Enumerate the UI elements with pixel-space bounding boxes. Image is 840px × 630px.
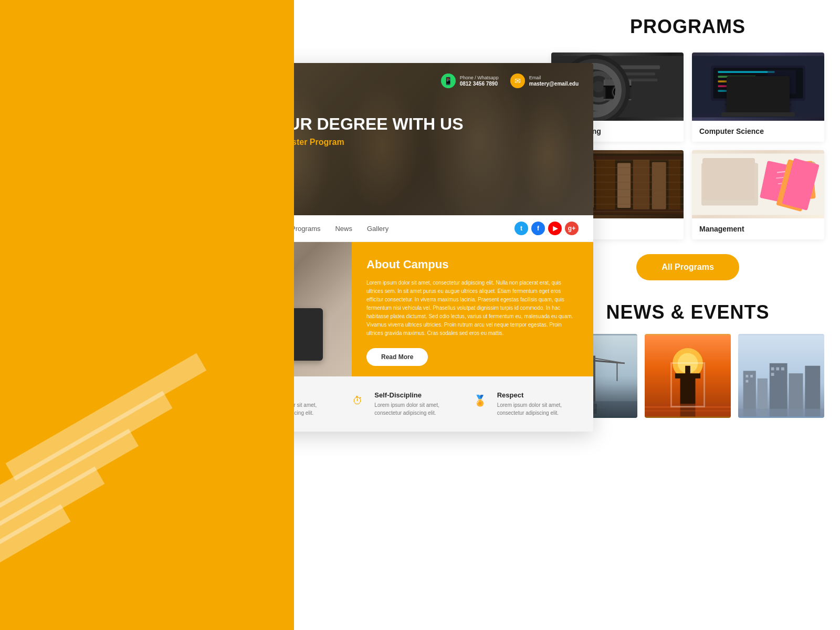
svg-rect-71: [805, 366, 820, 416]
svg-rect-42: [786, 161, 816, 201]
social-icons-bar: t f ▶ g+: [514, 222, 579, 235]
svg-rect-77: [781, 368, 784, 371]
nav-item-news[interactable]: News: [335, 224, 352, 233]
news-image-3: [738, 334, 824, 418]
value-respect: 🏅 Respect Lorem ipsum dolor sit amet, co…: [471, 391, 578, 417]
cs-label: Computer Science: [692, 121, 824, 142]
svg-rect-65: [645, 411, 731, 412]
svg-rect-35: [701, 163, 758, 206]
svg-rect-38: [704, 174, 747, 175]
svg-rect-75: [771, 368, 774, 371]
left-decorative-panel: [0, 0, 294, 630]
program-card-management[interactable]: Management: [692, 150, 824, 239]
google-plus-icon[interactable]: g+: [565, 222, 579, 235]
navigation-bar: Home About Programs News Gallery t f ▶ g…: [294, 215, 593, 242]
hero-subtitle: Bachelor and Master Program: [294, 138, 579, 147]
value-leadership: 👍 Leadership Lorem ipsum dolor sit amet,…: [294, 391, 332, 417]
svg-rect-40: [704, 181, 737, 182]
nav-link-gallery[interactable]: Gallery: [367, 225, 388, 233]
svg-rect-11: [718, 71, 775, 73]
twitter-icon[interactable]: t: [514, 222, 528, 235]
hero-text-content: GET YOUR DEGREE WITH US Bachelor and Mas…: [294, 94, 593, 158]
svg-rect-17: [725, 103, 791, 106]
email-label: Email: [529, 75, 579, 80]
svg-rect-18: [768, 70, 796, 94]
stripe-decoration: [0, 462, 147, 598]
value-discipline-text: Self-Discipline Lorem ipsum dolor sit am…: [374, 391, 455, 417]
main-content-panel: MASTERY UNIVERSITY 📱 Phone / Whatsapp 08…: [294, 0, 840, 630]
svg-rect-14: [718, 85, 747, 87]
discipline-title: Self-Discipline: [374, 391, 455, 399]
svg-rect-61: [675, 373, 700, 379]
svg-rect-39: [704, 177, 749, 179]
whatsapp-icon: 📱: [441, 74, 456, 88]
svg-rect-24: [596, 158, 615, 211]
svg-point-59: [678, 353, 698, 374]
svg-rect-64: [645, 406, 731, 408]
programs-section-title: PROGRAMS: [551, 16, 824, 38]
about-body-text: Lorem ipsum dolor sit amet, consectetur …: [366, 279, 579, 338]
phone-value: 0812 3456 7890: [460, 81, 499, 87]
svg-rect-13: [718, 80, 765, 82]
svg-rect-73: [750, 375, 753, 377]
email-details: Email mastery@email.edu: [529, 75, 579, 87]
program-card-cs[interactable]: const function Computer Science: [692, 52, 824, 142]
svg-rect-72: [746, 375, 748, 377]
email-contact: ✉ Email mastery@email.edu: [510, 74, 579, 88]
value-respect-text: Respect Lorem ipsum dolor sit amet, cons…: [497, 391, 578, 417]
value-leadership-text: Leadership Lorem ipsum dolor sit amet, c…: [294, 391, 332, 417]
nav-link-programs[interactable]: Programs: [294, 225, 320, 233]
about-section: About Campus Lorem ipsum dolor sit amet,…: [294, 242, 593, 376]
svg-rect-37: [704, 171, 751, 172]
svg-rect-28: [668, 156, 680, 212]
about-title: About Campus: [366, 258, 579, 271]
facebook-icon[interactable]: f: [531, 222, 545, 235]
svg-text:function: function: [770, 85, 789, 89]
management-thumb: [692, 150, 824, 218]
news-card-2[interactable]: [645, 334, 731, 418]
management-label: Management: [692, 218, 824, 239]
hero-section: MASTERY UNIVERSITY 📱 Phone / Whatsapp 08…: [294, 63, 593, 215]
phone-contact: 📱 Phone / Whatsapp 0812 3456 7890: [441, 74, 499, 88]
svg-rect-79: [738, 409, 824, 416]
svg-rect-15: [718, 90, 761, 92]
youtube-icon[interactable]: ▶: [548, 222, 562, 235]
respect-icon: 🏅: [471, 391, 490, 410]
values-section: 👍 Leadership Lorem ipsum dolor sit amet,…: [294, 376, 593, 432]
svg-rect-76: [776, 368, 779, 371]
svg-rect-69: [770, 363, 788, 416]
nav-item-gallery[interactable]: Gallery: [367, 224, 388, 233]
svg-rect-16: [734, 101, 782, 103]
cs-image: const function: [692, 52, 824, 121]
hero-title: GET YOUR DEGREE WITH US: [294, 115, 579, 133]
svg-rect-12: [718, 76, 756, 78]
cs-thumb: const function: [692, 52, 824, 121]
svg-rect-62: [685, 366, 690, 376]
svg-point-58: [673, 348, 703, 379]
news-image-2: [645, 334, 731, 418]
phone-label: Phone / Whatsapp: [460, 75, 499, 80]
svg-rect-63: [645, 404, 731, 416]
svg-rect-25: [617, 163, 631, 208]
svg-rect-5: [613, 66, 660, 69]
svg-point-3: [593, 81, 604, 92]
svg-rect-6: [617, 72, 655, 75]
about-image: [294, 242, 352, 376]
svg-rect-26: [633, 159, 650, 210]
leadership-title: Leadership: [294, 391, 332, 399]
discipline-icon: ⏱: [348, 391, 367, 410]
news-card-3[interactable]: [738, 334, 824, 418]
value-discipline: ⏱ Self-Discipline Lorem ipsum dolor sit …: [348, 391, 455, 417]
svg-rect-27: [652, 162, 666, 209]
respect-title: Respect: [497, 391, 578, 399]
nav-link-news[interactable]: News: [335, 225, 352, 233]
phone-details: Phone / Whatsapp 0812 3456 7890: [460, 75, 499, 87]
respect-desc: Lorem ipsum dolor sit amet, consectetur …: [497, 401, 578, 417]
all-programs-button[interactable]: All Programs: [636, 254, 739, 280]
read-more-button[interactable]: Read More: [366, 348, 428, 366]
contact-bar: 📱 Phone / Whatsapp 0812 3456 7890 ✉ Emai…: [441, 74, 579, 88]
svg-rect-7: [615, 79, 658, 81]
website-mockup: MASTERY UNIVERSITY 📱 Phone / Whatsapp 08…: [294, 63, 593, 432]
nav-item-programs[interactable]: Programs: [294, 224, 320, 233]
hero-top-bar: MASTERY UNIVERSITY 📱 Phone / Whatsapp 08…: [294, 63, 593, 94]
